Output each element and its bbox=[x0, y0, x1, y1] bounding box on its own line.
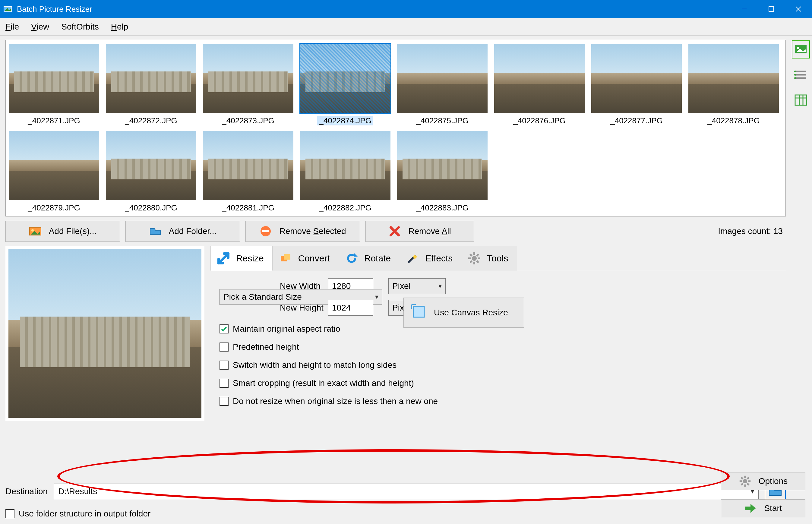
gear-icon bbox=[739, 475, 751, 488]
use-canvas-resize-label: Use Canvas Resize bbox=[434, 308, 508, 317]
tabs: Resize Convert Rotate Effects bbox=[210, 246, 786, 271]
thumbnail[interactable]: _4022876.JPG bbox=[494, 44, 585, 126]
folder-open-icon bbox=[149, 225, 162, 238]
predefined-height-checkbox[interactable]: Predefined height bbox=[220, 342, 780, 352]
destination-label: Destination bbox=[5, 487, 48, 496]
tab-effects-label: Effects bbox=[425, 253, 453, 263]
chevron-down-icon bbox=[438, 282, 442, 290]
close-button[interactable] bbox=[785, 0, 812, 18]
tab-rotate-label: Rotate bbox=[364, 253, 391, 263]
width-unit-select[interactable]: Pixel bbox=[388, 278, 446, 294]
remove-selected-button[interactable]: Remove Selected bbox=[245, 221, 360, 242]
thumbnail-filename: _4022871.JPG bbox=[28, 116, 80, 126]
thumbnail[interactable]: _4022883.JPG bbox=[397, 131, 488, 213]
thumbnail-image bbox=[494, 44, 585, 113]
options-label: Options bbox=[759, 476, 788, 486]
thumbnail[interactable]: _4022873.JPG bbox=[203, 44, 293, 126]
thumbnail-image bbox=[9, 44, 99, 113]
window-controls bbox=[731, 0, 812, 18]
thumbnail-image bbox=[106, 131, 196, 200]
add-folder-label: Add Folder... bbox=[169, 226, 217, 236]
add-file-button[interactable]: Add File(s)... bbox=[5, 221, 120, 242]
smart-cropping-checkbox[interactable]: Smart cropping (result in exact width an… bbox=[220, 378, 780, 388]
destination-row: Destination D:\Results bbox=[5, 484, 786, 499]
resize-icon bbox=[216, 251, 231, 266]
svg-rect-3 bbox=[769, 6, 774, 12]
view-details-button[interactable] bbox=[792, 91, 810, 109]
thumbnail-filename: _4022872.JPG bbox=[125, 116, 177, 126]
thumbnail[interactable]: _4022877.JPG bbox=[591, 44, 682, 126]
new-height-input[interactable] bbox=[328, 300, 373, 316]
thumbnail-image bbox=[300, 131, 390, 200]
remove-all-label: Remove All bbox=[408, 226, 451, 236]
thumbnail-image bbox=[9, 131, 99, 200]
svg-point-38 bbox=[743, 479, 747, 484]
svg-line-22 bbox=[477, 254, 478, 256]
svg-point-32 bbox=[794, 74, 796, 76]
menu-softorbits[interactable]: SoftOrbits bbox=[61, 22, 99, 32]
resize-panel: New Width Pixel Pick a Standard Size New… bbox=[210, 271, 786, 479]
options-button[interactable]: Options bbox=[721, 472, 806, 490]
thumbnail-image bbox=[106, 44, 196, 113]
start-button[interactable]: Start bbox=[721, 499, 806, 518]
no-resize-smaller-checkbox[interactable]: Do not resize when original size is less… bbox=[220, 396, 780, 406]
thumbnail-image bbox=[203, 44, 293, 113]
thumbnail-filename: _4022874.JPG bbox=[317, 116, 373, 126]
thumbnail[interactable]: _4022880.JPG bbox=[106, 131, 196, 213]
picture-icon bbox=[29, 225, 42, 238]
gear-icon bbox=[467, 251, 482, 266]
tab-convert-label: Convert bbox=[298, 253, 330, 263]
maximize-button[interactable] bbox=[758, 0, 785, 18]
thumbnail-filename: _4022876.JPG bbox=[513, 116, 565, 126]
preview-image bbox=[9, 249, 201, 418]
use-canvas-resize-button[interactable]: Use Canvas Resize bbox=[403, 298, 524, 328]
tab-tools[interactable]: Tools bbox=[461, 246, 517, 271]
app-icon bbox=[3, 4, 13, 14]
thumbnail-filename: _4022873.JPG bbox=[222, 116, 274, 126]
menu-view[interactable]: View bbox=[31, 22, 49, 32]
svg-line-44 bbox=[747, 483, 749, 485]
destination-value: D:\Results bbox=[58, 487, 97, 496]
thumbnail-filename: _4022878.JPG bbox=[708, 116, 760, 126]
thumbnail-filename: _4022875.JPG bbox=[416, 116, 468, 126]
switch-wh-checkbox[interactable]: Switch width and height to match long si… bbox=[220, 360, 780, 370]
thumbnail-filename: _4022880.JPG bbox=[125, 203, 177, 213]
menu-help[interactable]: Help bbox=[111, 22, 128, 32]
use-folder-structure-checkbox[interactable]: Use folder structure in output folder bbox=[5, 509, 786, 519]
tab-effects[interactable]: Effects bbox=[400, 246, 461, 271]
tab-rotate[interactable]: Rotate bbox=[339, 246, 400, 271]
remove-selected-label: Remove Selected bbox=[279, 226, 346, 236]
thumbnail[interactable]: _4022881.JPG bbox=[203, 131, 293, 213]
thumbnail[interactable]: _4022871.JPG bbox=[9, 44, 99, 126]
destination-combobox[interactable]: D:\Results bbox=[54, 484, 759, 499]
svg-rect-14 bbox=[284, 254, 290, 260]
minimize-button[interactable] bbox=[731, 0, 758, 18]
delete-all-icon bbox=[388, 225, 401, 238]
view-list-button[interactable] bbox=[792, 66, 810, 84]
thumbnail[interactable]: _4022875.JPG bbox=[397, 44, 488, 126]
svg-rect-24 bbox=[413, 306, 424, 317]
menu-file[interactable]: File bbox=[5, 22, 19, 32]
view-thumbnails-button[interactable] bbox=[792, 40, 810, 59]
thumbnail-image bbox=[397, 44, 488, 113]
view-mode-rail bbox=[790, 36, 812, 524]
thumbnail[interactable]: _4022874.JPG bbox=[300, 44, 390, 126]
convert-icon bbox=[278, 251, 293, 266]
svg-point-33 bbox=[794, 77, 796, 79]
svg-line-45 bbox=[747, 477, 749, 479]
rotate-icon bbox=[344, 251, 359, 266]
remove-icon bbox=[259, 225, 272, 238]
remove-all-button[interactable]: Remove All bbox=[366, 221, 474, 242]
tab-convert[interactable]: Convert bbox=[273, 246, 339, 271]
tab-tools-label: Tools bbox=[487, 253, 508, 263]
svg-point-7 bbox=[31, 229, 34, 232]
svg-line-20 bbox=[470, 254, 472, 256]
thumbnail[interactable]: _4022882.JPG bbox=[300, 131, 390, 213]
add-folder-button[interactable]: Add Folder... bbox=[126, 221, 240, 242]
thumbnail[interactable]: _4022872.JPG bbox=[106, 44, 196, 126]
thumbnail-filename: _4022882.JPG bbox=[319, 203, 371, 213]
thumbnail[interactable]: _4022878.JPG bbox=[688, 44, 779, 126]
thumbnail[interactable]: _4022879.JPG bbox=[9, 131, 99, 213]
start-arrow-icon bbox=[744, 502, 757, 515]
tab-resize[interactable]: Resize bbox=[210, 246, 273, 271]
